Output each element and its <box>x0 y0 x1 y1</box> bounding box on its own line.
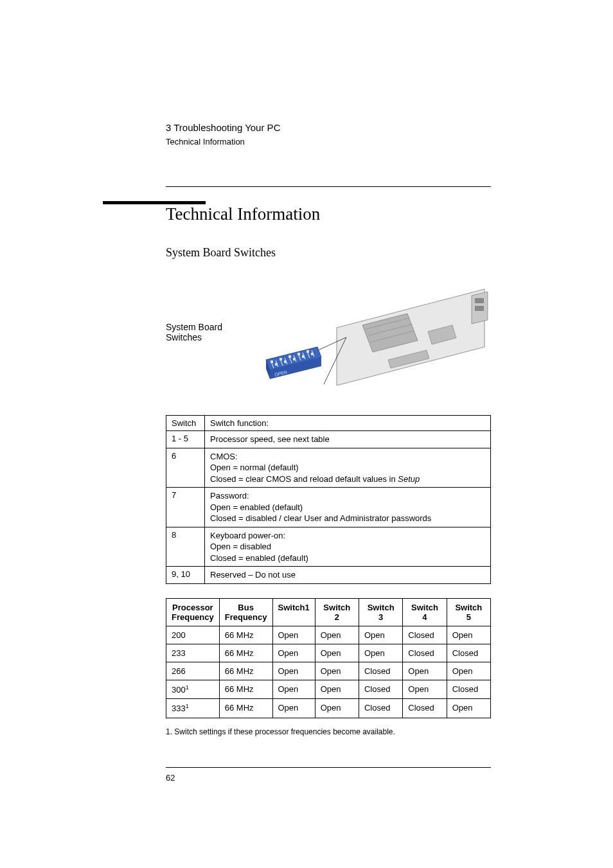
svg-rect-25 <box>271 360 273 363</box>
processor-frequency: 200 <box>166 626 220 644</box>
freq-column-header: Switch 2 <box>315 599 359 626</box>
chapter-label: 3 Troubleshooting Your PC <box>166 122 491 133</box>
table-row: 300166 MHzOpenOpenClosedOpenClosed <box>166 680 491 699</box>
svg-rect-3 <box>475 306 484 311</box>
page-header: 3 Troubleshooting Your PC Technical Info… <box>166 122 491 146</box>
switch-function-table: SwitchSwitch function:1 - 5Processor spe… <box>166 415 491 584</box>
table-row: 7Password:Open = enabled (default)Closed… <box>166 488 491 527</box>
switch-5: Closed <box>447 644 490 662</box>
freq-column-header: ProcessorFrequency <box>166 599 220 626</box>
function-col-header: Switch function: <box>205 416 491 431</box>
switch-1: Open <box>272 626 315 644</box>
switch-function: Reserved – Do not use <box>205 567 491 584</box>
switch-5: Open <box>447 699 490 718</box>
switch-1: Open <box>272 662 315 680</box>
bus-frequency: 66 MHz <box>219 662 272 680</box>
switch-5: Closed <box>447 680 490 699</box>
switch-4: Closed <box>403 699 447 718</box>
freq-column-header: Switch 3 <box>359 599 402 626</box>
switch-3: Closed <box>359 699 402 718</box>
switch-number: 7 <box>166 488 205 527</box>
processor-frequency: 266 <box>166 662 220 680</box>
switch-number: 8 <box>166 527 205 567</box>
switch-2: Open <box>315 662 359 680</box>
table-row: 8Keyboard power-on:Open = disabledClosed… <box>166 527 491 567</box>
switch-4: Closed <box>403 644 447 662</box>
svg-rect-28 <box>284 360 287 363</box>
switch-number: 1 - 5 <box>166 431 205 448</box>
svg-rect-32 <box>302 355 305 358</box>
bus-frequency: 66 MHz <box>219 680 272 699</box>
switch-5: Open <box>447 626 490 644</box>
processor-frequency-table: ProcessorFrequencyBusFrequencySwitch1Swi… <box>166 598 491 718</box>
svg-rect-33 <box>306 350 309 353</box>
switch-4: Closed <box>403 626 447 644</box>
switch-3: Open <box>359 626 402 644</box>
switch-2: Open <box>315 680 359 699</box>
svg-rect-30 <box>293 358 296 360</box>
table-row: 26666 MHzOpenOpenClosedOpenOpen <box>166 662 491 680</box>
table-row: 9, 10Reserved – Do not use <box>166 567 491 584</box>
processor-frequency: 233 <box>166 644 220 662</box>
page-number: 62 <box>166 773 491 783</box>
freq-column-header: BusFrequency <box>219 599 272 626</box>
table-row: 6CMOS:Open = normal (default)Closed = cl… <box>166 448 491 488</box>
table-row: 20066 MHzOpenOpenOpenClosedOpen <box>166 626 491 644</box>
svg-rect-31 <box>298 353 300 355</box>
switch-1: Open <box>272 644 315 662</box>
freq-column-header: Switch 4 <box>403 599 447 626</box>
page-subtitle: System Board Switches <box>166 246 491 260</box>
switch-number: 9, 10 <box>166 567 205 584</box>
divider-top <box>166 186 491 187</box>
freq-column-header: Switch1 <box>272 599 315 626</box>
switch-2: Open <box>315 626 359 644</box>
svg-rect-34 <box>311 353 314 355</box>
switch-function: Keyboard power-on:Open = disabledClosed … <box>205 527 491 567</box>
switch-1: Open <box>272 680 315 699</box>
table-row: 23366 MHzOpenOpenOpenClosedClosed <box>166 644 491 662</box>
table-row: 1 - 5Processor speed, see next table <box>166 431 491 448</box>
svg-rect-27 <box>280 358 282 360</box>
switch-2: Open <box>315 699 359 718</box>
svg-rect-2 <box>475 298 484 303</box>
switch-5: Open <box>447 662 490 680</box>
figure-illustration: OPEN <box>260 276 491 394</box>
switch-col-header: Switch <box>166 416 205 431</box>
bus-frequency: 66 MHz <box>219 644 272 662</box>
svg-rect-29 <box>289 355 291 358</box>
page-title: Technical Information <box>166 204 491 224</box>
switch-3: Open <box>359 644 402 662</box>
processor-frequency: 3331 <box>166 699 220 718</box>
figure: System Board Switches <box>166 278 491 393</box>
switch-3: Closed <box>359 680 402 699</box>
switch-4: Open <box>403 680 447 699</box>
freq-column-header: Switch 5 <box>447 599 490 626</box>
switch-function: Password:Open = enabled (default)Closed … <box>205 488 491 527</box>
switch-3: Closed <box>359 662 402 680</box>
footnote: 1. Switch settings if these processor fr… <box>166 727 491 736</box>
section-label: Technical Information <box>166 137 491 146</box>
table-row: 333166 MHzOpenOpenClosedClosedOpen <box>166 699 491 718</box>
figure-label: System Board Switches <box>166 322 252 342</box>
switch-function: Processor speed, see next table <box>205 431 491 448</box>
processor-frequency: 3001 <box>166 680 220 699</box>
switch-number: 6 <box>166 448 205 488</box>
divider-footer <box>166 767 491 768</box>
switch-4: Open <box>403 662 447 680</box>
switch-1: Open <box>272 699 315 718</box>
switch-function: CMOS:Open = normal (default)Closed = cle… <box>205 448 491 488</box>
switch-2: Open <box>315 644 359 662</box>
bus-frequency: 66 MHz <box>219 699 272 718</box>
bus-frequency: 66 MHz <box>219 626 272 644</box>
svg-rect-26 <box>275 363 278 366</box>
